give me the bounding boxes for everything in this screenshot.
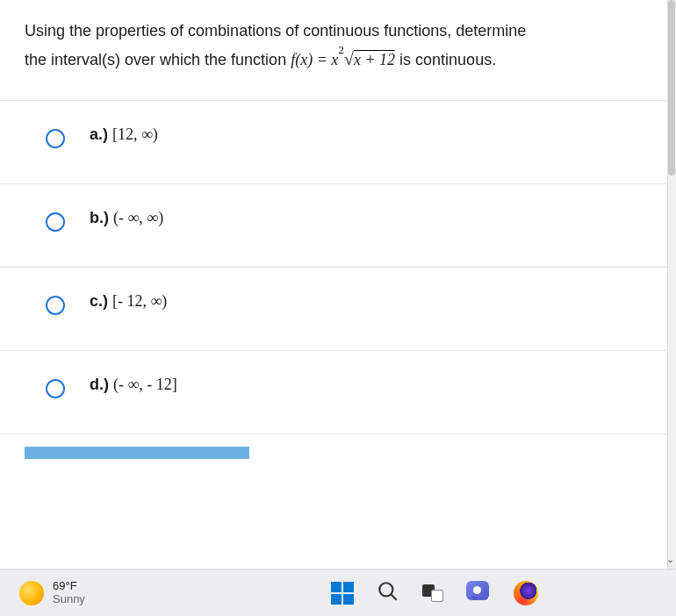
weather-temp: 69°F — [53, 580, 85, 593]
question-line1: Using the properties of combinations of … — [25, 22, 526, 39]
task-view-icon[interactable] — [422, 584, 443, 602]
firefox-icon[interactable] — [514, 581, 538, 605]
radio-b[interactable] — [46, 212, 65, 232]
start-button[interactable] — [331, 582, 354, 605]
svg-point-0 — [379, 583, 392, 596]
scrollbar-down-icon[interactable]: ⌄ — [666, 554, 674, 565]
option-b-label: b.) (- ∞, ∞) — [90, 209, 163, 227]
sun-icon — [19, 581, 44, 605]
radio-d[interactable] — [46, 379, 65, 398]
option-a-label: a.) [12, ∞) — [90, 125, 158, 144]
weather-condition: Sunny — [53, 593, 85, 606]
question-prompt: Using the properties of combinations of … — [0, 0, 667, 100]
question-line2-post: is continuous. — [395, 51, 496, 68]
question-line2-pre: the interval(s) over which the function — [25, 51, 291, 68]
option-a[interactable]: a.) [12, ∞) — [0, 100, 667, 183]
progress-area — [0, 433, 667, 459]
option-b[interactable]: b.) (- ∞, ∞) — [0, 183, 667, 267]
question-formula: f(x) = x2√x + 12 — [291, 51, 395, 68]
chat-icon[interactable] — [466, 581, 491, 605]
content-area: Using the properties of combinations of … — [0, 0, 667, 569]
svg-line-1 — [391, 594, 397, 600]
taskbar: 69°F Sunny — [0, 569, 676, 616]
scrollbar-track[interactable] — [667, 0, 676, 569]
weather-widget[interactable]: 69°F Sunny — [0, 580, 85, 606]
option-d[interactable]: d.) (- ∞, - 12] — [0, 350, 667, 433]
search-icon[interactable] — [377, 580, 399, 606]
option-d-label: d.) (- ∞, - 12] — [90, 376, 177, 394]
taskbar-center — [331, 580, 538, 606]
option-c[interactable]: c.) [- 12, ∞) — [0, 267, 667, 350]
radio-a[interactable] — [46, 129, 65, 148]
option-c-label: c.) [- 12, ∞) — [90, 292, 167, 311]
radio-c[interactable] — [46, 296, 65, 315]
progress-bar — [25, 447, 249, 459]
scrollbar-thumb[interactable] — [668, 0, 675, 175]
